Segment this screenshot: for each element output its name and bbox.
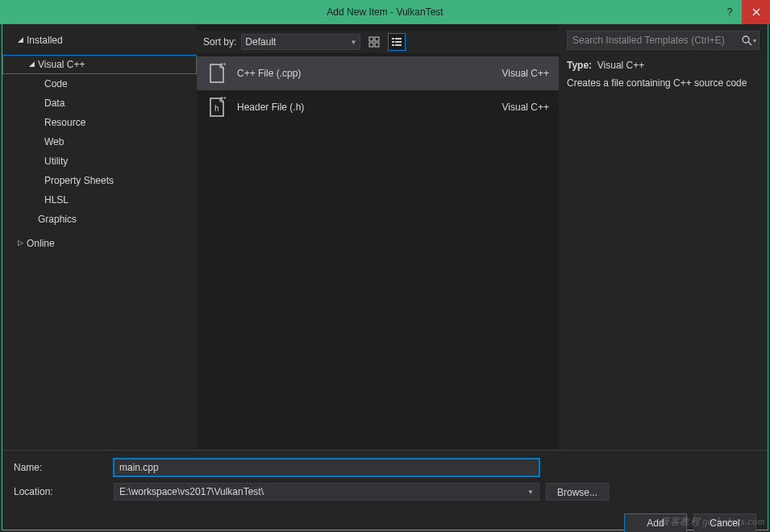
chevron-right-icon: ▷ <box>15 238 25 249</box>
header-file-icon: h++ <box>206 97 227 118</box>
svg-rect-5 <box>395 38 402 39</box>
template-name: Header File (.h) <box>237 102 493 113</box>
svg-rect-8 <box>392 44 394 46</box>
sidebar-item-hlsl[interactable]: HLSL <box>2 190 197 210</box>
cpp-file-icon: ++ <box>206 63 227 84</box>
template-item-header[interactable]: h++ Header File (.h) Visual C++ <box>197 90 559 124</box>
sidebar: ◢Installed ◢Visual C++ Code Data Resourc… <box>2 24 197 450</box>
detail-type: Type: Visual C++ <box>567 60 760 71</box>
sidebar-item-utility[interactable]: Utility <box>2 152 197 171</box>
svg-rect-0 <box>369 37 373 41</box>
detail-panel: ▾ Type: Visual C++ Creates a file contai… <box>559 24 768 450</box>
template-item-cpp[interactable]: ++ C++ File (.cpp) Visual C++ <box>197 56 559 90</box>
form-area: Name: Location: E:\workspace\vs2017\Vulk… <box>2 450 768 510</box>
template-name: C++ File (.cpp) <box>237 68 493 79</box>
svg-rect-9 <box>395 44 402 46</box>
search-templates[interactable]: ▾ <box>567 31 760 50</box>
sidebar-item-code[interactable]: Code <box>2 74 197 94</box>
template-type: Visual C++ <box>502 68 549 79</box>
browse-button[interactable]: Browse... <box>546 483 609 501</box>
view-tiles-button[interactable] <box>365 33 383 51</box>
help-button[interactable]: ? <box>718 0 742 24</box>
svg-rect-4 <box>392 38 394 39</box>
svg-rect-2 <box>369 43 373 47</box>
svg-rect-6 <box>392 41 394 43</box>
window-title: Add New Item - VulkanTest <box>327 6 443 18</box>
template-type: Visual C++ <box>502 102 549 113</box>
chevron-down-icon: ◢ <box>15 35 25 46</box>
svg-text:h: h <box>214 104 219 113</box>
name-input[interactable] <box>114 459 539 476</box>
svg-text:++: ++ <box>220 97 226 101</box>
svg-rect-3 <box>375 43 379 47</box>
svg-rect-1 <box>375 37 379 41</box>
svg-point-13 <box>743 36 749 43</box>
sortby-label: Sort by: <box>203 36 236 48</box>
svg-rect-7 <box>395 41 402 43</box>
search-input[interactable] <box>568 35 738 46</box>
sidebar-item-web[interactable]: Web <box>2 132 197 152</box>
sidebar-item-online[interactable]: ▷Online <box>2 234 197 253</box>
location-select[interactable]: E:\workspace\vs2017\VulkanTest\▼ <box>114 483 539 501</box>
cancel-button[interactable]: Cancel <box>693 513 756 532</box>
chevron-down-icon: ▼ <box>350 39 356 46</box>
name-label: Name: <box>14 462 107 473</box>
search-icon[interactable]: ▾ <box>738 35 759 46</box>
svg-line-14 <box>748 42 751 45</box>
template-list: Sort by: Default▼ ++ C++ File (.cpp) <box>197 24 559 450</box>
detail-description: Creates a file containing C++ source cod… <box>567 77 760 89</box>
location-label: Location: <box>14 486 107 497</box>
sortby-select[interactable]: Default▼ <box>241 34 360 50</box>
chevron-down-icon: ▼ <box>527 488 534 496</box>
sidebar-item-data[interactable]: Data <box>2 94 197 113</box>
sidebar-item-property-sheets[interactable]: Property Sheets <box>2 171 197 190</box>
sidebar-item-installed[interactable]: ◢Installed <box>2 31 197 50</box>
svg-text:++: ++ <box>220 63 226 67</box>
view-list-button[interactable] <box>388 33 406 51</box>
sidebar-item-visualcpp[interactable]: ◢Visual C++ <box>2 55 197 74</box>
sidebar-item-graphics[interactable]: Graphics <box>2 210 197 229</box>
titlebar: Add New Item - VulkanTest ? <box>0 0 770 24</box>
sidebar-item-resource[interactable]: Resource <box>2 113 197 132</box>
chevron-down-icon: ◢ <box>27 59 36 70</box>
close-button[interactable] <box>742 0 770 24</box>
add-button[interactable]: Add <box>624 513 687 532</box>
